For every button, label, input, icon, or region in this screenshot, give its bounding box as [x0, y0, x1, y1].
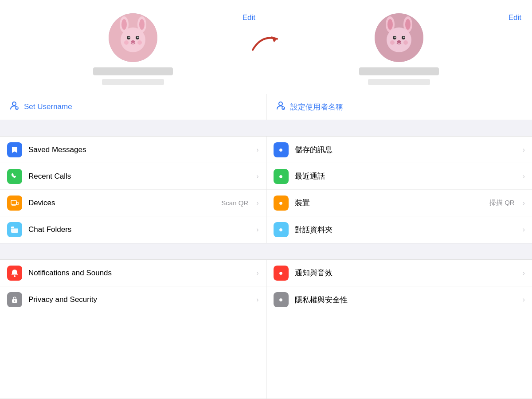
svg-point-25 [390, 40, 395, 45]
chat-folders-icon [7, 222, 22, 237]
notifications-chevron: › [256, 269, 258, 277]
right-avatar [375, 13, 423, 62]
left-username-label: Set Username [24, 102, 72, 111]
menu-item-recent-calls[interactable]: Recent Calls› [0, 163, 266, 190]
svg-point-24 [397, 40, 401, 43]
saved-messages-label: Saved Messages [28, 145, 250, 154]
svg-rect-37 [11, 227, 14, 228]
notifications-zh-label: 通知與音效 [295, 268, 516, 278]
section-divider-1 [0, 120, 532, 136]
recent-calls-chevron: › [256, 172, 258, 180]
main-menu-section: Saved Messages›Recent Calls›DevicesScan … [0, 136, 532, 243]
devices-label: Devices [28, 199, 215, 207]
right-menu-column: ●儲存的訊息›●最近通話›●裝置掃描 QR›●對話資料夾› [266, 137, 532, 243]
right-edit-button[interactable]: Edit [509, 13, 521, 22]
notifications-zh-icon: ● [274, 266, 289, 281]
menu-item-recent-calls-zh[interactable]: ●最近通話› [266, 163, 532, 190]
menu-item-saved-messages-zh[interactable]: ●儲存的訊息› [266, 137, 532, 163]
bottom-menu-section: Notifications and Sounds›Privacy and Sec… [0, 259, 532, 399]
chat-folders-zh-icon: ● [274, 222, 289, 237]
chat-folders-label: Chat Folders [28, 225, 250, 234]
left-menu-column: Saved Messages›Recent Calls›DevicesScan … [0, 137, 266, 243]
menu-item-chat-folders-zh[interactable]: ●對話資料夾› [266, 216, 532, 243]
section-divider-2 [0, 243, 532, 259]
menu-item-saved-messages[interactable]: Saved Messages› [0, 137, 266, 163]
devices-zh-extra: 掃描 QR [489, 199, 515, 207]
privacy-chevron: › [256, 296, 258, 304]
svg-point-9 [137, 37, 139, 38]
notifications-label: Notifications and Sounds [28, 269, 250, 278]
left-avatar [109, 13, 157, 62]
svg-point-40 [14, 301, 16, 302]
svg-point-26 [403, 40, 408, 45]
svg-point-11 [124, 40, 129, 45]
svg-point-17 [387, 19, 393, 30]
menu-item-privacy-zh[interactable]: ●隱私權與安全性› [266, 286, 532, 313]
saved-messages-chevron: › [256, 146, 258, 154]
recent-calls-zh-label: 最近通話 [295, 171, 516, 181]
svg-point-30 [279, 102, 282, 106]
saved-messages-zh-label: 儲存的訊息 [295, 145, 516, 155]
menu-item-privacy[interactable]: Privacy and Security› [0, 286, 266, 313]
right-username-label: 設定使用者名稱 [290, 102, 343, 112]
recent-calls-label: Recent Calls [28, 172, 250, 181]
devices-zh-icon: ● [274, 196, 289, 211]
saved-messages-zh-chevron: › [523, 146, 525, 154]
svg-point-38 [14, 275, 16, 277]
svg-point-5 [121, 27, 145, 52]
saved-messages-icon [7, 142, 22, 157]
profile-section: Edit [0, 0, 532, 94]
svg-text:@: @ [16, 107, 18, 110]
privacy-icon [7, 292, 22, 307]
devices-icon [7, 196, 22, 211]
devices-zh-chevron: › [523, 199, 525, 207]
recent-calls-icon [7, 169, 22, 184]
svg-point-22 [395, 37, 396, 38]
privacy-zh-chevron: › [523, 296, 525, 304]
left-edit-button[interactable]: Edit [243, 13, 255, 22]
privacy-zh-icon: ● [274, 292, 289, 307]
notifications-icon [7, 266, 22, 281]
svg-text:@: @ [282, 107, 284, 110]
svg-rect-33 [11, 200, 16, 204]
left-username-panel[interactable]: @ Set Username [0, 94, 266, 120]
menu-item-notifications-zh[interactable]: ●通知與音效› [266, 260, 532, 286]
privacy-zh-label: 隱私權與安全性 [295, 295, 516, 305]
left-profile-sub [102, 79, 164, 85]
menu-item-chat-folders[interactable]: Chat Folders› [0, 216, 266, 243]
left-profile-name [93, 67, 173, 75]
left-username-icon: @ [9, 100, 20, 113]
notifications-zh-chevron: › [523, 269, 525, 277]
svg-point-35 [17, 204, 18, 205]
recent-calls-zh-chevron: › [523, 172, 525, 180]
svg-point-3 [121, 19, 127, 30]
svg-point-8 [129, 37, 130, 38]
right-username-panel[interactable]: @ 設定使用者名稱 [266, 94, 532, 120]
svg-point-27 [12, 102, 16, 106]
menu-item-notifications[interactable]: Notifications and Sounds› [0, 260, 266, 286]
left-profile-panel: Edit [0, 13, 266, 85]
svg-point-19 [387, 27, 411, 52]
devices-chevron: › [256, 199, 258, 207]
right-bottom-menu-column: ●通知與音效›●隱私權與安全性› [266, 260, 532, 399]
right-profile-sub [368, 79, 430, 85]
menu-item-devices[interactable]: DevicesScan QR› [0, 190, 266, 216]
svg-point-10 [131, 40, 135, 43]
devices-zh-label: 裝置 [295, 198, 484, 208]
svg-point-4 [139, 19, 145, 30]
saved-messages-zh-icon: ● [274, 142, 289, 157]
svg-point-12 [137, 40, 142, 45]
devices-extra: Scan QR [221, 199, 248, 207]
svg-point-18 [405, 19, 411, 30]
right-profile-panel: Edit [266, 13, 532, 85]
right-profile-name [359, 67, 439, 75]
chat-folders-chevron: › [256, 226, 258, 234]
left-bottom-menu-column: Notifications and Sounds›Privacy and Sec… [0, 260, 266, 399]
chat-folders-zh-chevron: › [523, 226, 525, 234]
menu-item-devices-zh[interactable]: ●裝置掃描 QR› [266, 190, 532, 216]
username-section: @ Set Username @ 設定使用者名稱 [0, 94, 532, 120]
chat-folders-zh-label: 對話資料夾 [295, 225, 516, 235]
recent-calls-zh-icon: ● [274, 169, 289, 184]
svg-point-23 [403, 37, 405, 38]
right-username-icon: @ [275, 100, 286, 113]
